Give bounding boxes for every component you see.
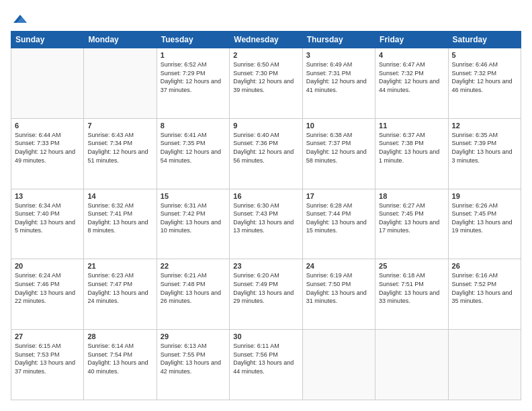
day-info: Sunrise: 6:15 AM Sunset: 7:53 PM Dayligh… bbox=[15, 342, 80, 375]
logo-icon bbox=[12, 11, 28, 27]
day-number: 8 bbox=[161, 122, 226, 130]
day-number: 3 bbox=[306, 51, 371, 59]
weekday-friday: Friday bbox=[375, 32, 448, 48]
day-number: 7 bbox=[87, 122, 152, 130]
weekday-wednesday: Wednesday bbox=[230, 32, 302, 48]
day-cell: 18Sunrise: 6:27 AM Sunset: 7:45 PM Dayli… bbox=[375, 189, 448, 259]
day-cell: 25Sunrise: 6:18 AM Sunset: 7:51 PM Dayli… bbox=[375, 259, 448, 330]
day-cell: 3Sunrise: 6:49 AM Sunset: 7:31 PM Daylig… bbox=[302, 48, 375, 119]
day-number: 24 bbox=[306, 262, 371, 270]
day-cell: 27Sunrise: 6:15 AM Sunset: 7:53 PM Dayli… bbox=[11, 330, 84, 400]
day-number: 9 bbox=[233, 122, 298, 130]
day-cell: 10Sunrise: 6:38 AM Sunset: 7:37 PM Dayli… bbox=[302, 118, 375, 189]
day-cell: 22Sunrise: 6:21 AM Sunset: 7:48 PM Dayli… bbox=[157, 259, 229, 330]
day-info: Sunrise: 6:40 AM Sunset: 7:36 PM Dayligh… bbox=[233, 131, 298, 165]
logo bbox=[11, 11, 28, 24]
day-cell bbox=[448, 330, 521, 400]
day-number: 21 bbox=[87, 262, 152, 270]
day-info: Sunrise: 6:35 AM Sunset: 7:39 PM Dayligh… bbox=[452, 131, 517, 165]
header bbox=[11, 11, 521, 24]
day-info: Sunrise: 6:11 AM Sunset: 7:56 PM Dayligh… bbox=[233, 342, 298, 375]
day-cell: 14Sunrise: 6:32 AM Sunset: 7:41 PM Dayli… bbox=[84, 189, 157, 259]
day-info: Sunrise: 6:52 AM Sunset: 7:29 PM Dayligh… bbox=[161, 60, 226, 94]
day-info: Sunrise: 6:32 AM Sunset: 7:41 PM Dayligh… bbox=[87, 201, 152, 235]
week-row-4: 20Sunrise: 6:24 AM Sunset: 7:46 PM Dayli… bbox=[11, 259, 521, 330]
day-cell: 20Sunrise: 6:24 AM Sunset: 7:46 PM Dayli… bbox=[11, 259, 84, 330]
weekday-saturday: Saturday bbox=[448, 32, 521, 48]
day-number: 13 bbox=[15, 192, 80, 200]
day-cell: 9Sunrise: 6:40 AM Sunset: 7:36 PM Daylig… bbox=[230, 118, 302, 189]
day-info: Sunrise: 6:24 AM Sunset: 7:46 PM Dayligh… bbox=[15, 271, 80, 305]
day-number: 20 bbox=[15, 262, 80, 270]
day-info: Sunrise: 6:20 AM Sunset: 7:49 PM Dayligh… bbox=[233, 271, 298, 305]
day-number: 16 bbox=[233, 192, 298, 200]
day-cell: 21Sunrise: 6:23 AM Sunset: 7:47 PM Dayli… bbox=[84, 259, 157, 330]
day-number: 25 bbox=[379, 262, 444, 270]
day-cell bbox=[84, 48, 157, 119]
day-info: Sunrise: 6:41 AM Sunset: 7:35 PM Dayligh… bbox=[161, 131, 226, 165]
day-info: Sunrise: 6:37 AM Sunset: 7:38 PM Dayligh… bbox=[379, 131, 444, 165]
week-row-3: 13Sunrise: 6:34 AM Sunset: 7:40 PM Dayli… bbox=[11, 189, 521, 259]
day-cell: 11Sunrise: 6:37 AM Sunset: 7:38 PM Dayli… bbox=[375, 118, 448, 189]
day-number: 10 bbox=[306, 122, 371, 130]
week-row-2: 6Sunrise: 6:44 AM Sunset: 7:33 PM Daylig… bbox=[11, 118, 521, 189]
day-cell: 29Sunrise: 6:13 AM Sunset: 7:55 PM Dayli… bbox=[157, 330, 229, 400]
day-info: Sunrise: 6:23 AM Sunset: 7:47 PM Dayligh… bbox=[87, 271, 152, 305]
day-number: 27 bbox=[15, 332, 80, 340]
day-info: Sunrise: 6:13 AM Sunset: 7:55 PM Dayligh… bbox=[161, 342, 226, 375]
day-cell: 26Sunrise: 6:16 AM Sunset: 7:52 PM Dayli… bbox=[448, 259, 521, 330]
day-number: 26 bbox=[452, 262, 517, 270]
day-number: 19 bbox=[452, 192, 517, 200]
day-cell: 23Sunrise: 6:20 AM Sunset: 7:49 PM Dayli… bbox=[230, 259, 302, 330]
day-cell: 19Sunrise: 6:26 AM Sunset: 7:45 PM Dayli… bbox=[448, 189, 521, 259]
day-number: 30 bbox=[233, 332, 298, 340]
page: SundayMondayTuesdayWednesdayThursdayFrid… bbox=[0, 0, 532, 411]
day-info: Sunrise: 6:46 AM Sunset: 7:32 PM Dayligh… bbox=[452, 60, 517, 94]
day-info: Sunrise: 6:30 AM Sunset: 7:43 PM Dayligh… bbox=[233, 201, 298, 235]
day-info: Sunrise: 6:50 AM Sunset: 7:30 PM Dayligh… bbox=[233, 60, 298, 94]
day-cell bbox=[375, 330, 448, 400]
weekday-header-row: SundayMondayTuesdayWednesdayThursdayFrid… bbox=[11, 32, 521, 48]
day-cell: 17Sunrise: 6:28 AM Sunset: 7:44 PM Dayli… bbox=[302, 189, 375, 259]
day-number: 15 bbox=[161, 192, 226, 200]
day-info: Sunrise: 6:38 AM Sunset: 7:37 PM Dayligh… bbox=[306, 131, 371, 165]
day-number: 18 bbox=[379, 192, 444, 200]
week-row-5: 27Sunrise: 6:15 AM Sunset: 7:53 PM Dayli… bbox=[11, 330, 521, 400]
day-info: Sunrise: 6:44 AM Sunset: 7:33 PM Dayligh… bbox=[15, 131, 80, 165]
day-cell bbox=[11, 48, 84, 119]
calendar-table: SundayMondayTuesdayWednesdayThursdayFrid… bbox=[11, 31, 521, 400]
day-info: Sunrise: 6:26 AM Sunset: 7:45 PM Dayligh… bbox=[452, 201, 517, 235]
day-cell: 15Sunrise: 6:31 AM Sunset: 7:42 PM Dayli… bbox=[157, 189, 229, 259]
day-info: Sunrise: 6:19 AM Sunset: 7:50 PM Dayligh… bbox=[306, 271, 371, 305]
weekday-thursday: Thursday bbox=[302, 32, 375, 48]
day-number: 2 bbox=[233, 51, 298, 59]
day-number: 5 bbox=[452, 51, 517, 59]
day-cell: 24Sunrise: 6:19 AM Sunset: 7:50 PM Dayli… bbox=[302, 259, 375, 330]
day-number: 4 bbox=[379, 51, 444, 59]
day-cell: 4Sunrise: 6:47 AM Sunset: 7:32 PM Daylig… bbox=[375, 48, 448, 119]
day-cell: 2Sunrise: 6:50 AM Sunset: 7:30 PM Daylig… bbox=[230, 48, 302, 119]
day-number: 17 bbox=[306, 192, 371, 200]
day-cell: 28Sunrise: 6:14 AM Sunset: 7:54 PM Dayli… bbox=[84, 330, 157, 400]
day-info: Sunrise: 6:14 AM Sunset: 7:54 PM Dayligh… bbox=[87, 342, 152, 375]
day-cell: 6Sunrise: 6:44 AM Sunset: 7:33 PM Daylig… bbox=[11, 118, 84, 189]
weekday-monday: Monday bbox=[84, 32, 157, 48]
weekday-tuesday: Tuesday bbox=[157, 32, 229, 48]
day-number: 23 bbox=[233, 262, 298, 270]
day-cell: 30Sunrise: 6:11 AM Sunset: 7:56 PM Dayli… bbox=[230, 330, 302, 400]
day-info: Sunrise: 6:31 AM Sunset: 7:42 PM Dayligh… bbox=[161, 201, 226, 235]
day-cell: 12Sunrise: 6:35 AM Sunset: 7:39 PM Dayli… bbox=[448, 118, 521, 189]
day-info: Sunrise: 6:47 AM Sunset: 7:32 PM Dayligh… bbox=[379, 60, 444, 94]
day-info: Sunrise: 6:34 AM Sunset: 7:40 PM Dayligh… bbox=[15, 201, 80, 235]
day-info: Sunrise: 6:28 AM Sunset: 7:44 PM Dayligh… bbox=[306, 201, 371, 235]
day-info: Sunrise: 6:27 AM Sunset: 7:45 PM Dayligh… bbox=[379, 201, 444, 235]
day-number: 29 bbox=[161, 332, 226, 340]
day-number: 28 bbox=[87, 332, 152, 340]
day-number: 6 bbox=[15, 122, 80, 130]
day-number: 12 bbox=[452, 122, 517, 130]
day-cell: 16Sunrise: 6:30 AM Sunset: 7:43 PM Dayli… bbox=[230, 189, 302, 259]
day-cell: 1Sunrise: 6:52 AM Sunset: 7:29 PM Daylig… bbox=[157, 48, 229, 119]
day-cell: 13Sunrise: 6:34 AM Sunset: 7:40 PM Dayli… bbox=[11, 189, 84, 259]
day-cell: 8Sunrise: 6:41 AM Sunset: 7:35 PM Daylig… bbox=[157, 118, 229, 189]
day-info: Sunrise: 6:43 AM Sunset: 7:34 PM Dayligh… bbox=[87, 131, 152, 165]
